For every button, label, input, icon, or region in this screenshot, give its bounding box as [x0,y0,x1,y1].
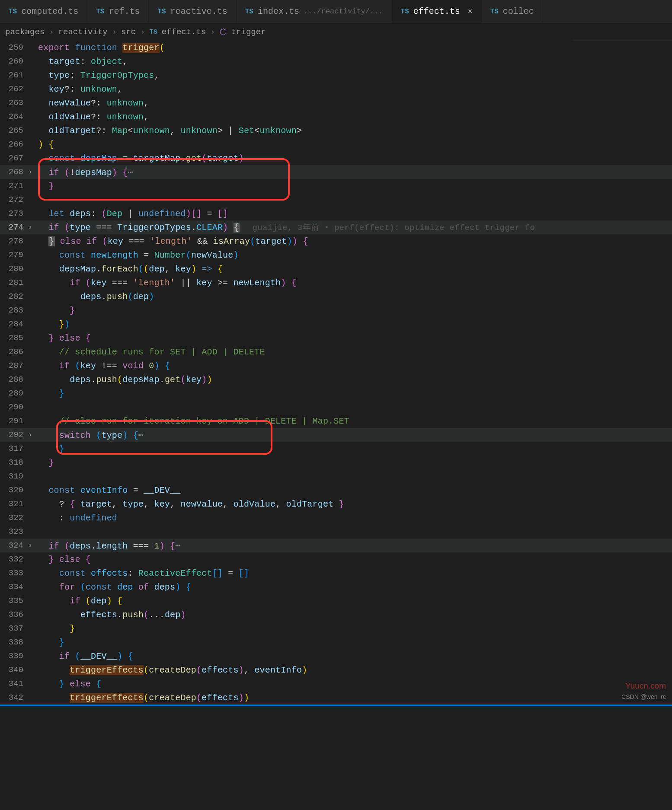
close-icon[interactable]: × [468,7,473,16]
code-line[interactable]: 261 type: TriggerOpTypes, [0,68,672,82]
code-line[interactable]: 341 } else { [0,677,672,691]
code-line[interactable]: 339 if (__DEV__) { [0,649,672,663]
code-line[interactable]: 280 depsMap.forEach((dep, key) => { [0,262,672,276]
tab-computed[interactable]: TScomputed.ts [0,0,87,23]
code-line[interactable]: 266) { [0,137,672,151]
line-number: 341 [0,679,25,689]
fold-icon[interactable]: › [25,169,35,176]
code-line[interactable]: 274› if (type === TriggerOpTypes.CLEAR) … [0,220,672,234]
line-number: 317 [0,444,25,453]
code-line[interactable]: 322 : undefined [0,511,672,525]
code-line[interactable]: 334 for (const dep of deps) { [0,580,672,594]
line-number: 318 [0,458,25,467]
tab-bar: TScomputed.ts TSref.ts TSreactive.ts TSi… [0,0,672,23]
code-line[interactable]: 285 } else { [0,331,672,345]
code-line[interactable]: 320 const eventInfo = __DEV__ [0,483,672,497]
code-line[interactable]: 332 } else { [0,552,672,566]
code-line[interactable]: 323 [0,525,672,539]
tab-effect[interactable]: TSeffect.ts× [392,0,482,23]
line-number: 266 [0,140,25,149]
code-line[interactable]: 260 target: object, [0,54,672,68]
breadcrumb-symbol[interactable]: trigger [231,27,266,37]
line-number: 279 [0,250,25,260]
code-line[interactable]: 289 } [0,386,672,400]
code-line[interactable]: 336 effects.push(...dep) [0,608,672,622]
line-number: 337 [0,624,25,633]
code-line[interactable]: 317 } [0,442,672,456]
code-line[interactable]: 263 newValue?: unknown, [0,96,672,110]
tab-label: ref.ts [109,6,140,16]
tab-reactive[interactable]: TSreactive.ts [149,0,236,23]
fold-icon[interactable]: › [25,542,35,549]
code-line[interactable]: 282 deps.push(dep) [0,290,672,303]
code-line[interactable]: 286 // schedule runs for SET | ADD | DEL… [0,345,672,359]
code-line[interactable]: 290 [0,400,672,414]
code-line[interactable]: 268› if (!depsMap) {⋯ [0,165,672,179]
code-line[interactable]: 279 const newLength = Number(newValue) [0,248,672,262]
line-number: 336 [0,610,25,619]
code-line[interactable]: 273 let deps: (Dep | undefined)[] = [] [0,207,672,220]
line-number: 268 [0,167,25,177]
editor[interactable]: 259export function trigger( 260 target: … [0,41,672,705]
ts-icon: TS [401,8,409,16]
line-number: 285 [0,333,25,343]
tab-collec[interactable]: TScollec [482,0,543,23]
line-number: 263 [0,98,25,108]
code-line[interactable]: 335 if (dep) { [0,594,672,608]
code-line[interactable]: 333 const effects: ReactiveEffect[] = [] [0,566,672,580]
code-line[interactable]: 287 if (key !== void 0) { [0,359,672,373]
line-number: 281 [0,278,25,287]
code-line[interactable]: 318 } [0,456,672,469]
code-line[interactable]: 338 } [0,635,672,649]
status-bar[interactable] [0,705,672,706]
breadcrumb-item[interactable]: packages [5,27,45,37]
code-line[interactable]: 337 } [0,622,672,635]
code-line[interactable]: 319 [0,469,672,483]
line-number: 324 [0,541,25,550]
code-line[interactable]: 284 }) [0,317,672,331]
line-number: 261 [0,70,25,80]
code-line[interactable]: 262 key?: unknown, [0,82,672,96]
line-number: 321 [0,499,25,509]
line-number: 332 [0,555,25,564]
line-number: 291 [0,416,25,426]
tab-label: computed.ts [21,6,78,16]
breadcrumb-item[interactable]: src [121,27,136,37]
code-line[interactable]: 324› if (deps.length === 1) {⋯ [0,539,672,552]
line-number: 322 [0,513,25,523]
code-line[interactable]: 271 } [0,179,672,193]
line-number: 278 [0,236,25,246]
line-number: 286 [0,347,25,357]
tab-ref[interactable]: TSref.ts [87,0,149,23]
line-number: 267 [0,153,25,163]
line-number: 260 [0,57,25,66]
fold-icon[interactable]: › [25,431,35,439]
code-line[interactable]: 265 oldTarget?: Map<unknown, unknown> | … [0,124,672,137]
code-line[interactable]: 278 } else if (key === 'length' && isArr… [0,234,672,248]
code-line[interactable]: 264 oldValue?: unknown, [0,110,672,124]
breadcrumb-file[interactable]: effect.ts [162,27,206,37]
line-number: 342 [0,693,25,702]
breadcrumb-item[interactable]: reactivity [58,27,108,37]
code-line[interactable]: 291 // also run for iteration key on ADD… [0,414,672,428]
code-line[interactable]: 283 } [0,303,672,317]
line-number: 292 [0,430,25,440]
tab-index[interactable]: TSindex.ts .../reactivity/... [237,0,392,23]
code-line[interactable]: 321 ? { target, type, key, newValue, old… [0,497,672,511]
code-line[interactable]: 259export function trigger( [0,41,672,54]
tab-label: index.ts [258,6,299,16]
chevron-right-icon: › [140,27,145,37]
fold-icon[interactable]: › [25,224,35,231]
code-line[interactable]: 267 const depsMap = targetMap.get(target… [0,151,672,165]
line-number: 272 [0,195,25,204]
breadcrumb[interactable]: packages› reactivity› src› TSeffect.ts› … [0,23,672,41]
code-line[interactable]: 340 triggerEffects(createDep(effects), e… [0,663,672,677]
code-line[interactable]: 272 [0,193,672,207]
watermark: CSDN @wen_rc [621,693,666,700]
code-line[interactable]: 342 triggerEffects(createDep(effects)) [0,691,672,705]
ts-icon: TS [490,8,499,16]
code-line[interactable]: 288 deps.push(depsMap.get(key)) [0,373,672,386]
code-line[interactable]: 281 if (key === 'length' || key >= newLe… [0,276,672,290]
code-line[interactable]: 292› switch (type) {⋯ [0,428,672,442]
line-number: 333 [0,568,25,578]
